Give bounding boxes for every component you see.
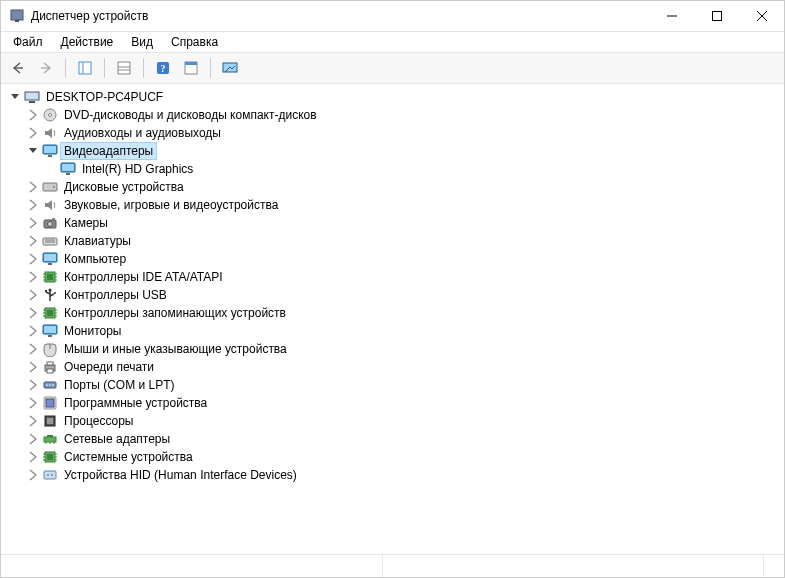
tree-item[interactable]: Контроллеры USB bbox=[27, 286, 784, 304]
tree-item[interactable]: Сетевые адаптеры bbox=[27, 430, 784, 448]
tree-item[interactable]: DVD-дисководы и дисководы компакт-дисков bbox=[27, 106, 784, 124]
hid-icon bbox=[42, 467, 58, 483]
titlebar: Диспетчер устройств bbox=[1, 1, 784, 32]
expand-arrow-right-icon[interactable] bbox=[27, 325, 39, 337]
tree-item[interactable]: Устройства HID (Human Interface Devices) bbox=[27, 466, 784, 484]
maximize-button[interactable] bbox=[694, 1, 739, 31]
expand-arrow-right-icon[interactable] bbox=[27, 271, 39, 283]
drive-icon bbox=[42, 179, 58, 195]
device-tree[interactable]: DESKTOP-PC4PUCFDVD-дисководы и дисководы… bbox=[1, 84, 784, 554]
nav-back-button[interactable] bbox=[5, 55, 31, 81]
window-title: Диспетчер устройств bbox=[31, 9, 148, 23]
usb-icon bbox=[42, 287, 58, 303]
tree-item-label: DESKTOP-PC4PUCF bbox=[43, 89, 166, 105]
expand-arrow-right-icon[interactable] bbox=[27, 415, 39, 427]
tree-item[interactable]: Звуковые, игровые и видеоустройства bbox=[27, 196, 784, 214]
expand-arrow-right-icon[interactable] bbox=[27, 397, 39, 409]
tree-item[interactable]: Процессоры bbox=[27, 412, 784, 430]
tree-item-label: Компьютер bbox=[61, 251, 129, 267]
expand-arrow-right-icon[interactable] bbox=[27, 469, 39, 481]
tree-item[interactable]: Клавиатуры bbox=[27, 232, 784, 250]
expand-arrow-right-icon[interactable] bbox=[27, 199, 39, 211]
camera-icon bbox=[42, 215, 58, 231]
scan-hardware-button[interactable] bbox=[217, 55, 243, 81]
port-icon bbox=[42, 377, 58, 393]
expand-arrow-right-icon[interactable] bbox=[27, 235, 39, 247]
properties-button[interactable] bbox=[111, 55, 137, 81]
statusbar-grip bbox=[764, 555, 784, 577]
menu-help[interactable]: Справка bbox=[163, 33, 226, 51]
tree-item[interactable]: Intel(R) HD Graphics bbox=[45, 160, 784, 178]
monitor-icon bbox=[42, 143, 58, 159]
toolbar-separator bbox=[104, 58, 105, 78]
show-hide-tree-button[interactable] bbox=[72, 55, 98, 81]
expand-arrow-right-icon[interactable] bbox=[27, 307, 39, 319]
keyboard-icon bbox=[42, 233, 58, 249]
menubar: Файл Действие Вид Справка bbox=[1, 32, 784, 52]
tree-item[interactable]: Программные устройства bbox=[27, 394, 784, 412]
tree-item[interactable]: Контроллеры IDE ATA/ATAPI bbox=[27, 268, 784, 286]
device-manager-icon bbox=[9, 8, 25, 24]
tree-item[interactable]: Видеоадаптеры bbox=[27, 142, 784, 160]
tree-item[interactable]: DESKTOP-PC4PUCF bbox=[9, 88, 784, 106]
tree-item[interactable]: Камеры bbox=[27, 214, 784, 232]
monitor-icon bbox=[42, 323, 58, 339]
expand-arrow-right-icon[interactable] bbox=[27, 451, 39, 463]
expand-arrow-right-icon[interactable] bbox=[27, 181, 39, 193]
expand-arrow-right-icon[interactable] bbox=[27, 379, 39, 391]
mouse-icon bbox=[42, 341, 58, 357]
tree-item-label: Программные устройства bbox=[61, 395, 210, 411]
expand-arrow-right-icon[interactable] bbox=[27, 253, 39, 265]
tree-item-label: Сетевые адаптеры bbox=[61, 431, 173, 447]
tree-item[interactable]: Порты (COM и LPT) bbox=[27, 376, 784, 394]
menu-file[interactable]: Файл bbox=[5, 33, 51, 51]
tree-item[interactable]: Системные устройства bbox=[27, 448, 784, 466]
expand-arrow-right-icon[interactable] bbox=[27, 109, 39, 121]
tree-item[interactable]: Дисковые устройства bbox=[27, 178, 784, 196]
toolbar bbox=[1, 52, 784, 84]
menu-action[interactable]: Действие bbox=[53, 33, 122, 51]
tree-item-label: Порты (COM и LPT) bbox=[61, 377, 178, 393]
tree-item-label: Контроллеры USB bbox=[61, 287, 170, 303]
action-button[interactable] bbox=[178, 55, 204, 81]
chip-icon bbox=[42, 269, 58, 285]
tree-item-label: Видеоадаптеры bbox=[61, 143, 156, 159]
menu-view[interactable]: Вид bbox=[123, 33, 161, 51]
tree-item[interactable]: Мыши и иные указывающие устройства bbox=[27, 340, 784, 358]
expand-arrow-right-icon[interactable] bbox=[27, 217, 39, 229]
tree-item-label: Очереди печати bbox=[61, 359, 157, 375]
tree-item[interactable]: Очереди печати bbox=[27, 358, 784, 376]
expand-arrow-right-icon[interactable] bbox=[27, 289, 39, 301]
chip-icon bbox=[42, 449, 58, 465]
toolbar-separator bbox=[65, 58, 66, 78]
tree-item-label: Системные устройства bbox=[61, 449, 196, 465]
statusbar-cell bbox=[383, 555, 765, 577]
tree-item-label: Контроллеры IDE ATA/ATAPI bbox=[61, 269, 226, 285]
speaker-icon bbox=[42, 125, 58, 141]
tree-item-label: Устройства HID (Human Interface Devices) bbox=[61, 467, 300, 483]
help-button[interactable] bbox=[150, 55, 176, 81]
expand-arrow-down-icon[interactable] bbox=[27, 145, 39, 157]
expand-arrow-right-icon[interactable] bbox=[27, 127, 39, 139]
tree-item[interactable]: Компьютер bbox=[27, 250, 784, 268]
expand-arrow-right-icon[interactable] bbox=[27, 361, 39, 373]
statusbar bbox=[1, 554, 784, 577]
printer-icon bbox=[42, 359, 58, 375]
cpu-icon bbox=[42, 413, 58, 429]
tree-item-label: Камеры bbox=[61, 215, 111, 231]
tree-item-label: Клавиатуры bbox=[61, 233, 134, 249]
minimize-button[interactable] bbox=[649, 1, 694, 31]
pc-icon bbox=[24, 89, 40, 105]
tree-item[interactable]: Контроллеры запоминающих устройств bbox=[27, 304, 784, 322]
device-manager-window: Диспетчер устройств Файл Действие Вид Сп… bbox=[0, 0, 785, 578]
nav-forward-button[interactable] bbox=[33, 55, 59, 81]
expand-arrow-down-icon[interactable] bbox=[9, 91, 21, 103]
tree-item[interactable]: Мониторы bbox=[27, 322, 784, 340]
close-button[interactable] bbox=[739, 1, 784, 31]
chip-icon bbox=[42, 305, 58, 321]
tree-item[interactable]: Аудиовходы и аудиовыходы bbox=[27, 124, 784, 142]
expand-arrow-right-icon[interactable] bbox=[27, 433, 39, 445]
tree-item-label: DVD-дисководы и дисководы компакт-дисков bbox=[61, 107, 320, 123]
monitor-icon bbox=[42, 251, 58, 267]
expand-arrow-right-icon[interactable] bbox=[27, 343, 39, 355]
